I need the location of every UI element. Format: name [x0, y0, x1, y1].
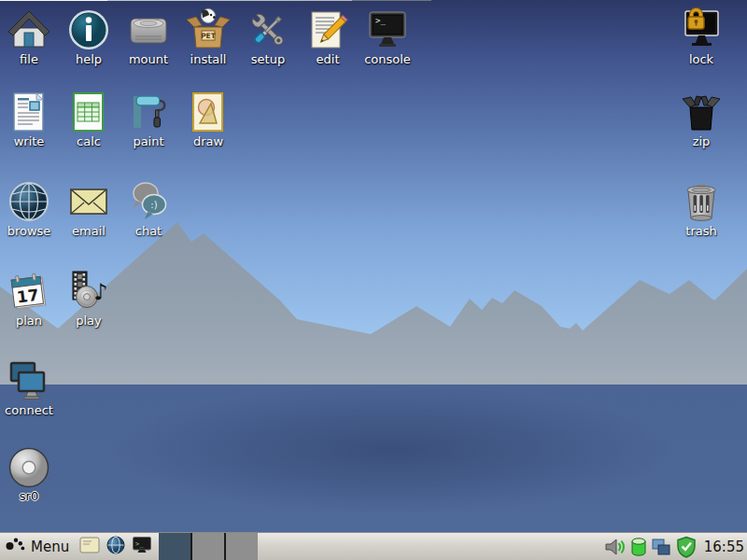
house-icon — [7, 7, 51, 52]
desktop-icon-edit[interactable]: edit — [299, 7, 357, 66]
harddrive-icon — [126, 7, 171, 52]
speech-bubbles-icon: :) — [126, 179, 171, 224]
desktop-icon-paint[interactable]: paint — [120, 90, 177, 148]
cdrom-icon — [7, 446, 50, 489]
editor-icon — [79, 536, 100, 558]
icon-label: edit — [317, 53, 340, 66]
globe-small-icon — [106, 536, 125, 558]
icon-label: trash — [685, 225, 716, 238]
desktop: file help mount — [0, 0, 747, 560]
desktop-icon-trash[interactable]: trash — [672, 179, 730, 238]
calendar-icon: 17 — [7, 269, 51, 314]
box-icon — [679, 90, 724, 134]
icon-label: setup — [251, 53, 285, 66]
info-icon — [66, 7, 111, 52]
desktop-icon-sr0[interactable]: sr0 — [0, 446, 58, 503]
pager-cell-1[interactable] — [159, 533, 190, 560]
icon-label: email — [72, 225, 106, 238]
desktop-icon-calc[interactable]: calc — [60, 90, 118, 148]
lock-screen-icon — [679, 7, 724, 52]
desktop-icon-help[interactable]: help — [60, 7, 118, 66]
media-icon: ♪ — [66, 269, 111, 314]
spreadsheet-icon — [66, 90, 111, 134]
volume-icon[interactable] — [604, 537, 627, 557]
desktop-icon-play[interactable]: ♪ play — [60, 269, 118, 328]
disk-usage-icon[interactable] — [630, 537, 647, 557]
icon-label: zip — [693, 135, 711, 148]
envelope-icon — [66, 179, 111, 224]
pet-package-icon: PET — [186, 7, 231, 52]
trashcan-icon — [679, 179, 724, 224]
document-icon — [7, 90, 51, 134]
console-prompt-text: >_ — [375, 16, 386, 25]
paint-roller-icon — [126, 90, 171, 134]
screen-edge-artifact — [0, 0, 431, 1]
desktop-icon-install[interactable]: PET install — [179, 7, 237, 66]
notepad-pencil-icon — [305, 7, 350, 52]
icon-label: write — [14, 135, 45, 148]
icon-label: connect — [5, 404, 53, 417]
desktop-icon-console[interactable]: >_ console — [359, 7, 416, 66]
chat-face-text: :) — [150, 200, 157, 210]
desktop-icon-lock[interactable]: lock — [672, 7, 730, 66]
tools-icon — [246, 7, 290, 52]
icon-label: calc — [77, 135, 101, 148]
shapes-document-icon — [186, 90, 231, 134]
icon-label: play — [76, 315, 102, 328]
desktop-icon-chat[interactable]: :) chat — [120, 179, 177, 238]
monitors-icon — [7, 358, 51, 403]
terminal-small-icon: >_ — [132, 536, 152, 558]
globe-icon — [7, 179, 51, 224]
firewall-shield-icon[interactable] — [675, 536, 698, 558]
terminal-icon: >_ — [365, 7, 410, 52]
music-note-glyph: ♪ — [93, 279, 107, 305]
pager-cell-3[interactable] — [224, 533, 258, 560]
desktop-icon-mount[interactable]: mount — [120, 7, 177, 66]
desktop-icon-zip[interactable]: zip — [672, 90, 730, 148]
icon-label: browse — [7, 225, 51, 238]
terminal-prompt-text: >_ — [135, 539, 144, 547]
icon-label: install — [190, 53, 227, 66]
calendar-day-text: 17 — [16, 286, 40, 307]
desktop-icon-plan[interactable]: 17 plan — [0, 269, 58, 328]
icon-label: draw — [193, 135, 223, 148]
launcher-web[interactable] — [105, 536, 127, 558]
puppy-paw-icon — [6, 537, 26, 557]
icon-label: console — [364, 53, 411, 66]
icon-label: mount — [129, 53, 168, 66]
desktop-icon-write[interactable]: write — [0, 90, 58, 148]
desktop-icon-browse[interactable]: browse — [0, 179, 58, 238]
icon-label: chat — [135, 225, 162, 238]
icon-label: help — [76, 53, 102, 66]
clock: 16:55 — [704, 539, 744, 555]
icon-label: sr0 — [20, 490, 38, 503]
pager-cell-2[interactable] — [190, 533, 224, 560]
pet-label: PET — [201, 32, 217, 40]
system-tray: 16:55 — [604, 536, 747, 558]
desktop-icon-email[interactable]: email — [60, 179, 118, 238]
icon-label: file — [20, 53, 38, 66]
icon-label: lock — [689, 53, 713, 66]
network-icon[interactable] — [651, 538, 671, 556]
menu-button[interactable]: Menu — [0, 533, 75, 560]
workspace-pager — [159, 533, 258, 560]
desktop-icon-file[interactable]: file — [0, 7, 58, 66]
icon-label: plan — [16, 315, 42, 328]
menu-label: Menu — [31, 539, 69, 555]
taskbar: Menu >_ — [0, 532, 747, 560]
desktop-icon-connect[interactable]: connect — [0, 358, 58, 417]
launcher-editor[interactable] — [78, 536, 101, 558]
desktop-icon-draw[interactable]: draw — [179, 90, 237, 148]
desktop-icon-setup[interactable]: setup — [239, 7, 297, 66]
launcher-terminal[interactable]: >_ — [131, 536, 153, 558]
icon-label: paint — [133, 135, 163, 148]
